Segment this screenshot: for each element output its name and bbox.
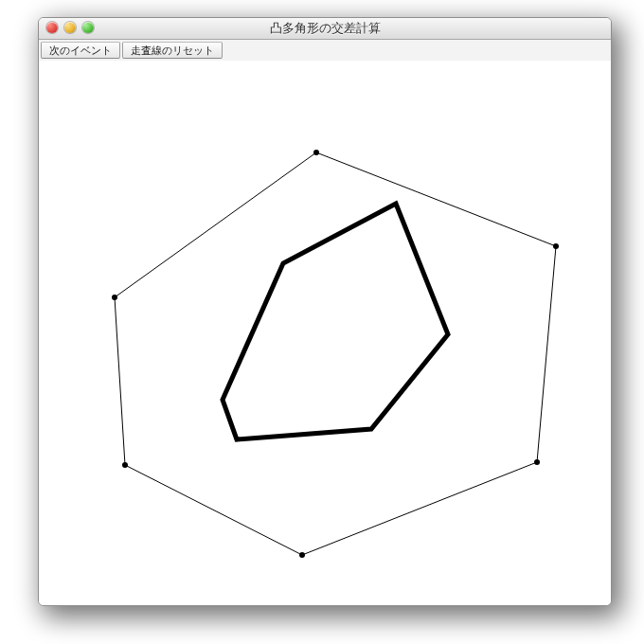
minimize-icon[interactable] <box>64 22 76 33</box>
toolbar: 次のイベント 走査線のリセット <box>39 40 611 62</box>
vertex-dot <box>313 150 319 155</box>
next-event-button[interactable]: 次のイベント <box>41 42 120 59</box>
polygon-b-outline <box>223 204 448 439</box>
window-title: 凸多角形の交差計算 <box>270 20 381 37</box>
reset-sweep-button[interactable]: 走査線のリセット <box>122 42 223 59</box>
vertex-dot <box>299 552 305 558</box>
stage: 凸多角形の交差計算 次のイベント 走査線のリセット <box>0 0 644 644</box>
drawing-canvas[interactable] <box>39 61 611 605</box>
vertex-dot <box>534 459 540 465</box>
traffic-lights <box>46 22 94 33</box>
vertex-dot <box>122 462 128 468</box>
polygon-a-outline <box>115 152 556 555</box>
reset-sweep-label: 走査線のリセット <box>131 44 214 58</box>
next-event-label: 次のイベント <box>49 44 112 58</box>
app-window: 凸多角形の交差計算 次のイベント 走査線のリセット <box>38 17 612 606</box>
vertex-dot <box>553 243 559 249</box>
zoom-icon[interactable] <box>82 22 94 33</box>
vertex-dot <box>112 295 117 300</box>
close-icon[interactable] <box>46 22 58 33</box>
titlebar[interactable]: 凸多角形の交差計算 <box>39 18 611 40</box>
polygon-svg <box>39 61 611 605</box>
